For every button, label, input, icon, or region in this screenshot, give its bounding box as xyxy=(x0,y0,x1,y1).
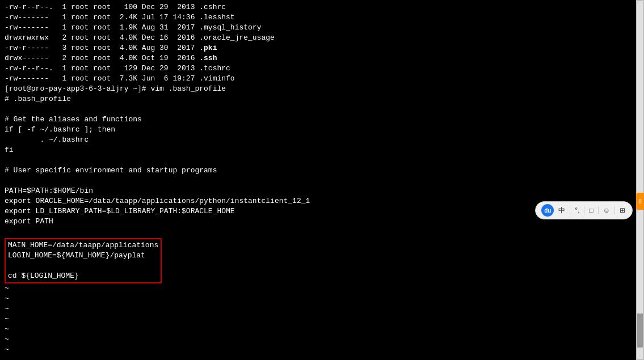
terminal-line: LOGIN_HOME=${MAIN_HOME}/payplat xyxy=(8,251,158,261)
terminal-line: if [ -f ~/.bashrc ]; then xyxy=(5,125,628,135)
terminal-line xyxy=(5,227,628,237)
terminal-window: -rw-r--r--. 1 root root 100 Dec 29 2013 … xyxy=(0,0,633,360)
terminal-line: ~ xyxy=(5,314,628,324)
ime-fullwidth[interactable]: □ xyxy=(588,206,594,214)
terminal-line: -rw-r----- 3 root root 4.0K Aug 30 2017 … xyxy=(5,43,628,53)
terminal-line: ~ xyxy=(5,304,628,314)
terminal-line: -rw------- 1 root root 7.3K Jun 6 19:27 … xyxy=(5,74,628,84)
terminal-line: drwxrwxrwx 2 root root 4.0K Dec 16 2016 … xyxy=(5,33,628,43)
terminal-line: ~ xyxy=(5,334,628,345)
ime-divider xyxy=(570,206,570,214)
scrollbar-track[interactable] xyxy=(637,1,643,359)
collapse-tab[interactable]: 8 xyxy=(636,193,644,210)
ime-punctuation[interactable]: °, xyxy=(574,206,580,214)
ime-logo: du xyxy=(541,204,554,217)
terminal-line xyxy=(5,104,628,115)
ime-divider xyxy=(598,206,599,214)
terminal-line xyxy=(5,155,628,166)
terminal-line: # Get the aliases and functions xyxy=(5,115,628,125)
ime-divider xyxy=(614,206,615,214)
terminal-line: # .bash_profile xyxy=(5,94,628,104)
terminal-line: ~ xyxy=(5,294,628,304)
terminal-line xyxy=(5,176,628,186)
scrollbar-thumb[interactable] xyxy=(637,314,643,348)
terminal-line: -rw-r--r--. 1 root root 100 Dec 29 2013 … xyxy=(5,2,628,12)
terminal-line: fi xyxy=(5,145,628,155)
ime-toolbar: du 中 °, □ ☺ ⊞ xyxy=(535,201,633,219)
terminal-line: cd ${LOGIN_HOME} xyxy=(8,271,158,281)
terminal-line: export PATH xyxy=(5,217,628,227)
ime-user[interactable]: ☺ xyxy=(602,206,611,214)
terminal-line: ~ xyxy=(5,324,628,334)
terminal-line: ~ xyxy=(5,345,628,355)
ime-chinese-toggle[interactable]: 中 xyxy=(557,206,566,215)
terminal-line: export ORACLE_HOME=/data/taapp/applicati… xyxy=(5,196,628,206)
terminal-line: drwx------ 2 root root 4.0K Oct 19 2016 … xyxy=(5,53,628,63)
ime-divider xyxy=(584,206,584,214)
terminal-line: # User specific environment and startup … xyxy=(5,166,628,176)
terminal-line: -rw-r--r--. 1 root root 129 Dec 29 2013 … xyxy=(5,63,628,74)
terminal-line: ~ xyxy=(5,283,628,294)
terminal-line: export LD_LIBRARY_PATH=$LD_LIBRARY_PATH:… xyxy=(5,206,628,217)
ime-apps[interactable]: ⊞ xyxy=(618,206,626,214)
terminal-line: PATH=$PATH:$HOME/bin xyxy=(5,186,628,196)
terminal-line: MAIN_HOME=/data/taapp/applications xyxy=(8,240,158,251)
terminal-line: -rw------- 1 root root 1.9K Aug 31 2017 … xyxy=(5,23,628,33)
scrollbar[interactable] xyxy=(636,0,644,360)
terminal-line: -rw------- 1 root root 2.4K Jul 17 14:36… xyxy=(5,12,628,23)
terminal-line: . ~/.bashrc xyxy=(5,135,628,145)
terminal-line xyxy=(8,261,158,271)
highlighted-section: MAIN_HOME=/data/taapp/applications LOGIN… xyxy=(5,238,162,283)
terminal-line: [root@pro-pay-app3-6-3-aljry ~]# vim .ba… xyxy=(5,84,628,94)
